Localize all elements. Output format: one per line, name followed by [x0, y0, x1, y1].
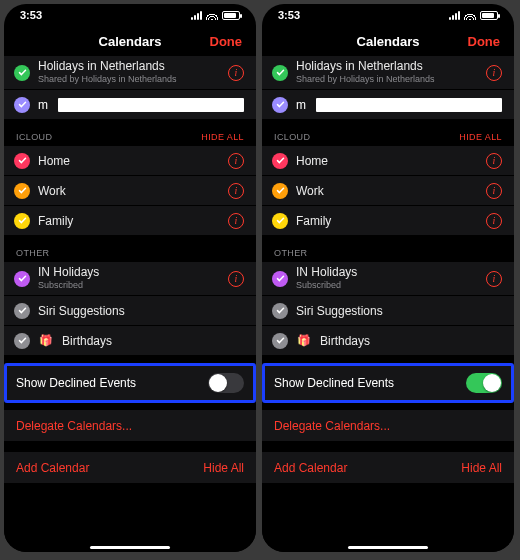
calendar-label: Birthdays [320, 334, 502, 348]
calendar-row[interactable]: Familyi [262, 206, 514, 236]
nav-bar: CalendarsDone [4, 26, 256, 56]
calendar-row[interactable]: 🎁Birthdays [262, 326, 514, 356]
checkmark-icon[interactable] [272, 303, 288, 319]
calendar-row[interactable]: m [262, 90, 514, 120]
nav-bar: CalendarsDone [262, 26, 514, 56]
checkmark-icon[interactable] [14, 333, 30, 349]
info-icon[interactable]: i [228, 213, 244, 229]
checkmark-icon[interactable] [14, 271, 30, 287]
calendar-row[interactable]: Holidays in NetherlandsShared by Holiday… [4, 56, 256, 90]
add-calendar-link[interactable]: Add Calendar [16, 461, 89, 475]
checkmark-icon[interactable] [272, 97, 288, 113]
calendar-list[interactable]: Holidays in NetherlandsShared by Holiday… [262, 56, 514, 552]
checkmark-icon[interactable] [272, 65, 288, 81]
info-icon[interactable]: i [486, 153, 502, 169]
calendar-label: IN Holidays [296, 266, 478, 279]
info-icon[interactable]: i [228, 65, 244, 81]
section-title: OTHER [16, 248, 50, 258]
gift-icon: 🎁 [296, 334, 312, 347]
checkmark-icon[interactable] [14, 303, 30, 319]
calendar-subtitle: Shared by Holidays in Netherlands [38, 75, 220, 85]
redacted-area [58, 98, 244, 112]
bottom-actions: Add CalendarHide All [262, 452, 514, 484]
info-icon[interactable]: i [228, 153, 244, 169]
checkmark-icon[interactable] [272, 153, 288, 169]
done-button[interactable]: Done [468, 34, 501, 49]
section-title: ICLOUD [16, 132, 52, 142]
redacted-area [316, 98, 502, 112]
section-header-icloud: ICLOUDHIDE ALL [4, 120, 256, 146]
home-indicator [348, 546, 428, 549]
hide-all-link[interactable]: Hide All [461, 461, 502, 475]
checkmark-icon[interactable] [272, 333, 288, 349]
checkmark-icon[interactable] [14, 213, 30, 229]
show-declined-toggle[interactable] [466, 373, 502, 393]
calendar-row[interactable]: Worki [262, 176, 514, 206]
calendar-subtitle: Shared by Holidays in Netherlands [296, 75, 478, 85]
info-icon[interactable]: i [228, 271, 244, 287]
checkmark-icon[interactable] [272, 213, 288, 229]
section-header-icloud: ICLOUDHIDE ALL [262, 120, 514, 146]
calendar-row[interactable]: Familyi [4, 206, 256, 236]
hide-all-link[interactable]: HIDE ALL [459, 132, 502, 142]
calendar-row[interactable]: Siri Suggestions [4, 296, 256, 326]
calendar-row[interactable]: Holidays in NetherlandsShared by Holiday… [262, 56, 514, 90]
highlight-box: Show Declined Events [4, 366, 256, 400]
calendar-label: Home [296, 154, 478, 168]
show-declined-row: Show Declined Events [4, 366, 256, 400]
info-icon[interactable]: i [486, 213, 502, 229]
wifi-icon [206, 11, 218, 20]
calendar-list[interactable]: Holidays in NetherlandsShared by Holiday… [4, 56, 256, 552]
info-icon[interactable]: i [486, 183, 502, 199]
calendar-label: IN Holidays [38, 266, 220, 279]
section-header-other: OTHER [4, 236, 256, 262]
calendar-row[interactable]: Homei [262, 146, 514, 176]
checkmark-icon[interactable] [14, 65, 30, 81]
calendar-label: Work [296, 184, 478, 198]
wifi-icon [464, 11, 476, 20]
delegate-calendars-link[interactable]: Delegate Calendars... [262, 410, 514, 442]
toggle-label: Show Declined Events [274, 376, 394, 390]
checkmark-icon[interactable] [272, 183, 288, 199]
checkmark-icon[interactable] [14, 183, 30, 199]
calendar-label: Holidays in Netherlands [296, 60, 478, 73]
add-calendar-link[interactable]: Add Calendar [274, 461, 347, 475]
calendar-label: m [296, 98, 306, 112]
calendar-label: Family [296, 214, 478, 228]
gift-icon: 🎁 [38, 334, 54, 347]
show-declined-toggle[interactable] [208, 373, 244, 393]
calendar-row[interactable]: Worki [4, 176, 256, 206]
info-icon[interactable]: i [228, 183, 244, 199]
calendar-label: Home [38, 154, 220, 168]
info-icon[interactable]: i [486, 65, 502, 81]
calendar-label: m [38, 98, 48, 112]
info-icon[interactable]: i [486, 271, 502, 287]
calendar-label: Siri Suggestions [38, 304, 244, 318]
checkmark-icon[interactable] [14, 97, 30, 113]
status-indicators [449, 11, 498, 20]
section-title: OTHER [274, 248, 308, 258]
hide-all-link[interactable]: Hide All [203, 461, 244, 475]
calendar-label: Work [38, 184, 220, 198]
calendar-subtitle: Subscribed [38, 281, 220, 291]
calendar-row[interactable]: IN HolidaysSubscribedi [262, 262, 514, 296]
battery-icon [222, 11, 240, 20]
calendar-row[interactable]: IN HolidaysSubscribedi [4, 262, 256, 296]
battery-icon [480, 11, 498, 20]
calendar-row[interactable]: 🎁Birthdays [4, 326, 256, 356]
show-declined-row: Show Declined Events [262, 366, 514, 400]
bottom-actions: Add CalendarHide All [4, 452, 256, 484]
toggle-label: Show Declined Events [16, 376, 136, 390]
status-bar: 3:53 [4, 4, 256, 26]
calendar-row[interactable]: Homei [4, 146, 256, 176]
checkmark-icon[interactable] [272, 271, 288, 287]
delegate-calendars-link[interactable]: Delegate Calendars... [4, 410, 256, 442]
done-button[interactable]: Done [210, 34, 243, 49]
calendar-row[interactable]: m [4, 90, 256, 120]
checkmark-icon[interactable] [14, 153, 30, 169]
hide-all-link[interactable]: HIDE ALL [201, 132, 244, 142]
section-title: ICLOUD [274, 132, 310, 142]
calendar-row[interactable]: Siri Suggestions [262, 296, 514, 326]
calendar-label: Family [38, 214, 220, 228]
home-indicator [90, 546, 170, 549]
